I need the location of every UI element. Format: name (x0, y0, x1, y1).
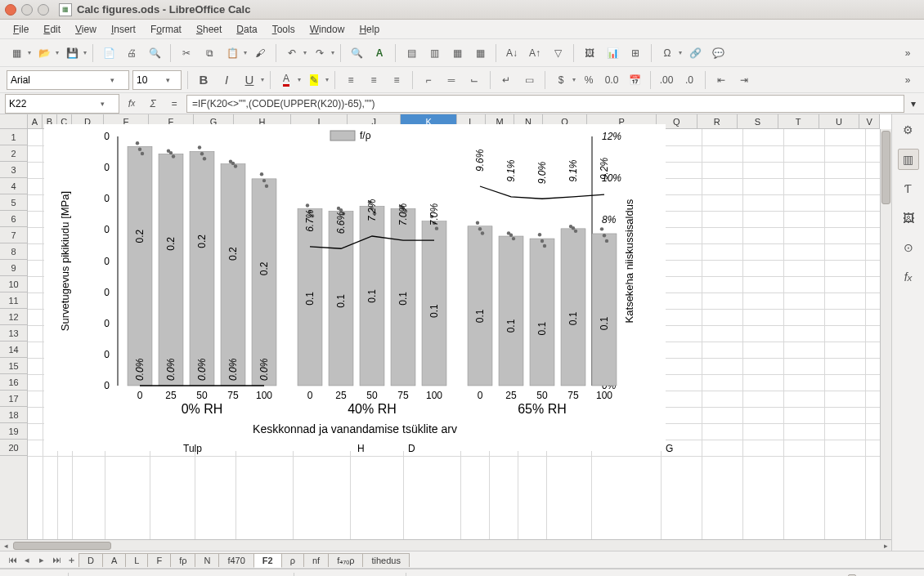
currency-icon[interactable]: $ (551, 70, 571, 90)
date-icon[interactable]: 📅 (625, 70, 644, 90)
align-right-icon[interactable]: ≡ (387, 70, 406, 90)
sheet-tab-N[interactable]: N (195, 553, 219, 567)
window-close-button[interactable] (5, 4, 16, 16)
sheet-tab-D[interactable]: D (78, 553, 103, 567)
toolbar-overflow-icon[interactable]: » (898, 43, 917, 63)
sort-desc-icon[interactable]: A↑ (525, 43, 545, 63)
font-size-input[interactable] (137, 72, 164, 88)
copy-icon[interactable]: ⧉ (200, 43, 219, 63)
font-color-icon[interactable]: A (276, 70, 296, 90)
menu-format[interactable]: Format (144, 21, 188, 38)
window-maximize-button[interactable] (38, 4, 49, 16)
row-header-17[interactable]: 17 (0, 391, 27, 407)
menu-data[interactable]: Data (230, 21, 263, 38)
gallery-panel-icon[interactable]: 🖼 (898, 208, 919, 229)
tab-last-icon[interactable]: ⏭ (49, 555, 64, 565)
sheet-tab-ρ[interactable]: ρ (281, 553, 304, 567)
col-header-V[interactable]: V (859, 114, 880, 128)
toolbar-overflow-icon[interactable]: » (898, 70, 917, 90)
row-header-5[interactable]: 5 (0, 194, 27, 211)
menu-sheet[interactable]: Sheet (190, 21, 228, 38)
merge-icon[interactable]: ▭ (519, 70, 539, 90)
bold-icon[interactable]: B (194, 70, 213, 90)
equals-icon[interactable]: = (165, 95, 183, 113)
open-icon[interactable]: 📂 (34, 43, 54, 63)
sheet-tab-f470[interactable]: f470 (218, 553, 253, 567)
insert-image-icon[interactable]: 🖼 (580, 43, 599, 63)
align-left-icon[interactable]: ≡ (341, 70, 361, 90)
row-header-1[interactable]: 1 (0, 129, 27, 145)
print-icon[interactable]: 🖨 (122, 43, 141, 63)
scroll-left-icon[interactable]: ◂ (0, 540, 11, 551)
row-header-9[interactable]: 9 (0, 260, 27, 276)
col-icon[interactable]: ▥ (424, 43, 444, 63)
font-name-combo[interactable]: ▾ (7, 70, 129, 90)
col-header-T[interactable]: T (778, 114, 819, 128)
align-bottom-icon[interactable]: ⌙ (464, 70, 484, 90)
find-icon[interactable]: 🔍 (347, 43, 366, 63)
row-header-12[interactable]: 12 (0, 309, 27, 325)
clone-format-icon[interactable]: 🖌 (250, 43, 270, 63)
col-header-R[interactable]: R (697, 114, 738, 128)
menu-window[interactable]: Window (303, 21, 352, 38)
undo-icon[interactable]: ↶ (282, 43, 302, 63)
wrap-icon[interactable]: ↵ (496, 70, 516, 90)
scroll-right-icon[interactable]: ▸ (880, 540, 891, 551)
row-header-18[interactable]: 18 (0, 407, 27, 423)
tab-first-icon[interactable]: ⏮ (5, 555, 20, 565)
tab-next-icon[interactable]: ▸ (34, 555, 49, 565)
freeze-icon[interactable]: ▦ (470, 43, 490, 63)
remove-decimal-icon[interactable]: .0 (680, 70, 699, 90)
sheet-tab-A[interactable]: A (102, 553, 126, 567)
function-wizard-icon[interactable]: fx (123, 95, 141, 113)
sheet-area[interactable]: ABCDEFGHIJKLMNOPQRSTUV 12345678910111213… (0, 114, 891, 551)
align-top-icon[interactable]: ⌐ (419, 70, 438, 90)
sheet-tab-fρ[interactable]: fρ (170, 553, 195, 567)
row-header-6[interactable]: 6 (0, 211, 27, 227)
row-icon[interactable]: ▤ (401, 43, 421, 63)
highlight-icon[interactable]: ✎ (304, 70, 324, 90)
col-header-S[interactable]: S (738, 114, 778, 128)
menu-help[interactable]: Help (352, 21, 386, 38)
sheet-tab-L[interactable]: L (125, 553, 148, 567)
menu-tools[interactable]: Tools (266, 21, 302, 38)
row-header-14[interactable]: 14 (0, 342, 27, 358)
grid-icon[interactable]: ▦ (447, 43, 467, 63)
name-box[interactable]: ▾ (5, 94, 119, 114)
row-header-11[interactable]: 11 (0, 292, 27, 309)
sheet-tab-F2[interactable]: F2 (253, 553, 282, 568)
save-icon[interactable]: 💾 (62, 43, 82, 63)
export-pdf-icon[interactable]: 📄 (99, 43, 119, 63)
row-header-4[interactable]: 4 (0, 178, 27, 194)
increase-indent-icon[interactable]: ⇥ (734, 70, 754, 90)
horizontal-scrollbar[interactable]: ◂ ▸ (0, 539, 891, 551)
row-header-15[interactable]: 15 (0, 358, 27, 374)
italic-icon[interactable]: I (217, 70, 236, 90)
chevron-down-icon[interactable]: ▾ (164, 76, 172, 84)
row-header-2[interactable]: 2 (0, 145, 27, 162)
menu-file[interactable]: File (7, 21, 35, 38)
special-char-icon[interactable]: Ω (657, 43, 677, 63)
sheet-tab-tihedus[interactable]: tihedus (362, 553, 409, 567)
cell-grid[interactable]: 00000000012%10%8%6%4%2%0%f/ρ0.200.0%0.22… (28, 129, 880, 539)
name-box-input[interactable] (9, 96, 99, 112)
row-header-19[interactable]: 19 (0, 423, 27, 440)
insert-chart-icon[interactable]: 📊 (603, 43, 622, 63)
add-decimal-icon[interactable]: .00 (657, 70, 676, 90)
cut-icon[interactable]: ✂ (177, 43, 196, 63)
menu-insert[interactable]: Insert (105, 21, 142, 38)
align-center-icon[interactable]: ≡ (364, 70, 384, 90)
sidebar-settings-icon[interactable]: ⚙ (898, 119, 919, 141)
hyperlink-icon[interactable]: 🔗 (685, 43, 705, 63)
sheet-tab-nf[interactable]: nf (303, 553, 329, 567)
properties-panel-icon[interactable]: ▥ (898, 149, 919, 170)
row-header-16[interactable]: 16 (0, 374, 27, 391)
row-header-13[interactable]: 13 (0, 325, 27, 342)
percent-icon[interactable]: % (579, 70, 599, 90)
styles-panel-icon[interactable]: Ƭ (898, 178, 919, 199)
chevron-down-icon[interactable]: ▾ (99, 100, 106, 108)
new-icon[interactable]: ▦ (7, 43, 26, 63)
vertical-scrollbar[interactable] (880, 129, 891, 539)
tab-add-icon[interactable]: ＋ (64, 554, 78, 566)
font-name-input[interactable] (11, 72, 109, 88)
